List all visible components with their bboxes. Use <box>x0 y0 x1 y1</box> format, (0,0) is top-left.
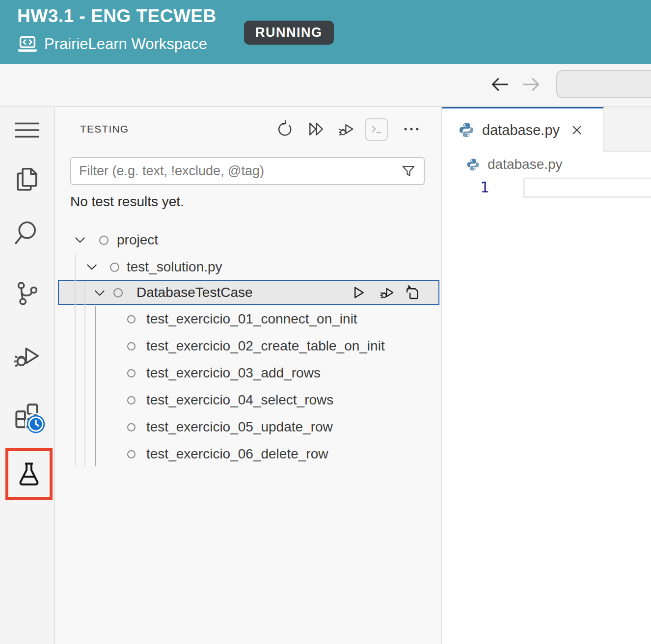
refresh-tests-icon[interactable] <box>275 120 294 138</box>
tree-item-label: DatabaseTestCase <box>136 285 253 300</box>
close-tab-icon[interactable] <box>570 123 584 137</box>
editor-inline-input-box[interactable] <box>523 178 651 198</box>
test-state-icon <box>110 263 119 272</box>
test-state-icon <box>99 236 108 245</box>
debug-tests-icon[interactable] <box>337 120 355 138</box>
breadcrumb-label: database.py <box>488 157 563 172</box>
tab-database-py[interactable]: database.py <box>442 107 604 152</box>
filter-icon[interactable] <box>401 163 416 179</box>
test-state-icon <box>113 288 123 297</box>
laptop-icon <box>17 36 38 53</box>
testing-panel: TESTING No test results yet. project <box>55 107 442 644</box>
test-state-icon <box>127 315 136 323</box>
tree-item-label: project <box>117 232 158 248</box>
run-and-debug-icon[interactable] <box>12 341 42 371</box>
browser-toolbar <box>0 64 651 107</box>
chevron-down-icon <box>73 233 87 247</box>
workspace-banner: HW3.1 - ENG TECWEB PrairieLearn Workspac… <box>0 0 651 64</box>
test-state-icon <box>127 396 136 404</box>
assignment-title: HW3.1 - ENG TECWEB <box>17 6 217 27</box>
tree-item-label: test_exercicio_03_add_rows <box>146 365 321 381</box>
tree-item-test[interactable]: test_exercicio_06_delete_row <box>55 441 441 468</box>
tree-item-test[interactable]: test_exercicio_05_update_row <box>55 414 441 441</box>
test-state-icon <box>127 342 136 350</box>
test-tree: project test_solution.py DatabaseTestCas… <box>55 227 441 580</box>
tree-item-label: test_solution.py <box>127 259 222 275</box>
test-state-icon <box>127 450 136 458</box>
forward-button[interactable] <box>520 74 542 95</box>
test-state-icon <box>127 423 136 431</box>
tree-item-label: test_exercicio_01_connect_on_init <box>146 311 357 327</box>
chevron-down-icon <box>84 260 99 274</box>
debug-test-icon[interactable] <box>378 284 396 301</box>
go-to-test-icon[interactable] <box>404 284 421 301</box>
tree-item-test[interactable]: test_exercicio_02_create_table_on_init <box>55 333 441 360</box>
test-filter-input[interactable] <box>71 163 397 179</box>
red-annotation-box <box>5 448 53 500</box>
menu-icon[interactable] <box>14 120 40 140</box>
tab-label: database.py <box>482 122 560 138</box>
more-actions-icon[interactable] <box>402 120 421 138</box>
chevron-down-icon <box>92 286 107 300</box>
testing-icon[interactable] <box>15 460 43 488</box>
tree-item-project[interactable]: project <box>55 227 441 254</box>
line-number: 1 <box>471 179 489 196</box>
tree-item-test-class-selected[interactable]: DatabaseTestCase <box>58 280 439 305</box>
pending-tasks-clock-badge <box>26 414 46 434</box>
editor-area: database.py database.py 1 <box>442 107 651 644</box>
tab-strip <box>604 107 651 152</box>
no-results-message: No test results yet. <box>70 194 184 210</box>
breadcrumb[interactable]: database.py <box>442 152 563 177</box>
tree-item-label: test_exercicio_04_select_rows <box>146 392 333 408</box>
test-filter-box <box>70 157 425 185</box>
panel-title: TESTING <box>80 123 129 135</box>
tree-item-file[interactable]: test_solution.py <box>55 254 441 281</box>
run-all-tests-icon[interactable] <box>307 120 326 138</box>
workspace-subtitle: PrairieLearn Workspace <box>44 35 207 53</box>
indent-guide-active <box>95 306 96 466</box>
tree-item-test[interactable]: test_exercicio_03_add_rows <box>55 360 441 387</box>
search-icon[interactable] <box>12 219 41 247</box>
tree-item-label: test_exercicio_05_update_row <box>146 419 333 435</box>
indent-guide <box>75 254 76 466</box>
explorer-icon[interactable] <box>13 165 41 193</box>
show-test-output-icon[interactable] <box>365 118 388 141</box>
address-bar[interactable] <box>556 70 651 98</box>
activity-bar <box>0 107 55 644</box>
tree-item-label: test_exercicio_02_create_table_on_init <box>146 338 385 354</box>
run-test-icon[interactable] <box>350 284 367 301</box>
tree-item-test[interactable]: test_exercicio_01_connect_on_init <box>55 306 441 333</box>
back-button[interactable] <box>489 74 511 95</box>
status-badge: RUNNING <box>244 21 334 45</box>
test-state-icon <box>127 369 136 377</box>
tree-item-label: test_exercicio_06_delete_row <box>146 446 328 462</box>
tree-item-test[interactable]: test_exercicio_04_select_rows <box>55 387 441 414</box>
indent-guide <box>84 281 85 466</box>
python-file-icon <box>466 158 480 171</box>
python-file-icon <box>459 122 474 138</box>
source-control-icon[interactable] <box>14 280 41 307</box>
